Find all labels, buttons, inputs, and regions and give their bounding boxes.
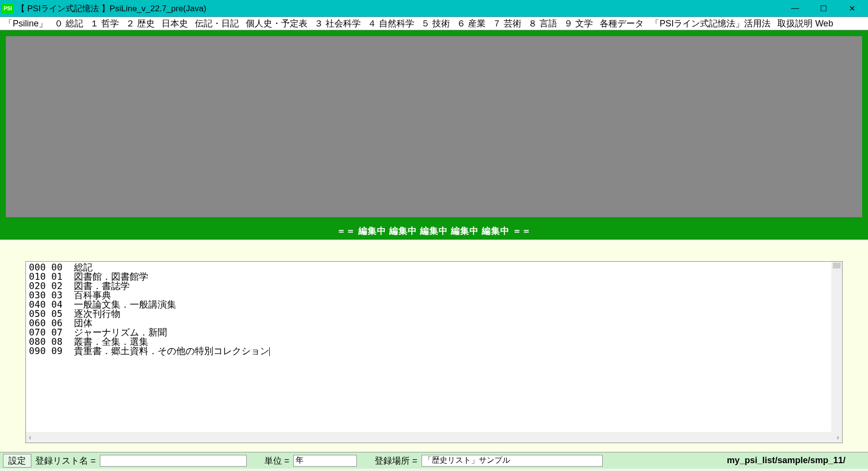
listname-input[interactable] <box>100 455 247 467</box>
settings-button[interactable]: 設定 <box>3 454 31 468</box>
status-bar: 設定 登録リスト名 = 単位 = 登録場所 = my_psi_list/samp… <box>0 452 868 469</box>
unit-label: 単位 = <box>264 455 290 467</box>
menu-nihonshi[interactable]: 日本史 <box>162 18 188 29</box>
menu-2-rekishi[interactable]: ２ 歴史 <box>126 18 155 29</box>
minimize-button[interactable]: — <box>781 0 809 16</box>
text-panel: 000 00 総記 010 01 図書館．図書館学 020 02 図書．書誌学 … <box>25 261 843 443</box>
menu-psiline[interactable]: 「Psiline」 <box>4 18 47 29</box>
canvas-frame <box>0 30 868 223</box>
menu-7-geijutsu[interactable]: ７ 芸術 <box>493 18 521 29</box>
menu-3-shakai[interactable]: ３ 社会科学 <box>314 18 361 29</box>
maximize-button[interactable]: ☐ <box>809 0 838 16</box>
menu-kojinshi[interactable]: 個人史・予定表 <box>246 18 307 29</box>
text-panel-wrap: 000 00 総記 010 01 図書館．図書館学 020 02 図書．書誌学 … <box>0 261 868 443</box>
app-icon: PSI <box>2 3 14 13</box>
scroll-left-icon[interactable]: ‹ <box>29 433 31 441</box>
place-label: 登録場所 = <box>375 455 418 467</box>
titlebar: PSI 【 PSIライン式記憶法 】PsiLine_v_22.7_pre(Jav… <box>0 0 868 17</box>
menu-denki-nikki[interactable]: 伝記・日記 <box>195 18 239 29</box>
menu-0-souki[interactable]: ０ 総記 <box>54 18 83 29</box>
window-controls: — ☐ ✕ <box>781 0 866 16</box>
menu-1-tetsugaku[interactable]: １ 哲学 <box>90 18 119 29</box>
menu-9-bungaku[interactable]: ９ 文学 <box>564 18 593 29</box>
path-display: my_psi_list/sample/smp_11/ <box>727 455 845 466</box>
menu-8-gengo[interactable]: ８ 言語 <box>528 18 557 29</box>
menu-manual-web[interactable]: 取扱説明 Web <box>777 18 833 29</box>
horizontal-scrollbar[interactable]: ‹ › <box>26 432 842 443</box>
place-input[interactable] <box>422 455 603 467</box>
scroll-right-icon[interactable]: › <box>837 433 839 441</box>
canvas-area[interactable] <box>6 36 862 217</box>
listname-label: 登録リスト名 = <box>35 455 96 467</box>
scroll-thumb[interactable] <box>833 263 841 269</box>
gap <box>0 240 868 261</box>
menu-data[interactable]: 各種データ <box>600 18 644 29</box>
unit-input[interactable] <box>293 455 357 467</box>
menubar: 「Psiline」 ０ 総記 １ 哲学 ２ 歴史 日本史 伝記・日記 個人史・予… <box>0 17 868 30</box>
vertical-scrollbar[interactable] <box>831 262 842 432</box>
close-button[interactable]: ✕ <box>838 0 866 16</box>
menu-6-sangyou[interactable]: ６ 産業 <box>457 18 486 29</box>
text-editor[interactable]: 000 00 総記 010 01 図書館．図書館学 020 02 図書．書誌学 … <box>26 262 842 432</box>
editing-status-bar: ＝＝ 編集中 編集中 編集中 編集中 編集中 ＝＝ <box>0 223 868 240</box>
window-title: 【 PSIライン式記憶法 】PsiLine_v_22.7_pre(Java) <box>17 3 781 14</box>
menu-katsuyou[interactable]: 「PSIライン式記憶法」活用法 <box>651 18 771 29</box>
menu-5-gijutsu[interactable]: ５ 技術 <box>421 18 450 29</box>
menu-4-shizen[interactable]: ４ 自然科学 <box>368 18 414 29</box>
gap <box>0 443 868 452</box>
